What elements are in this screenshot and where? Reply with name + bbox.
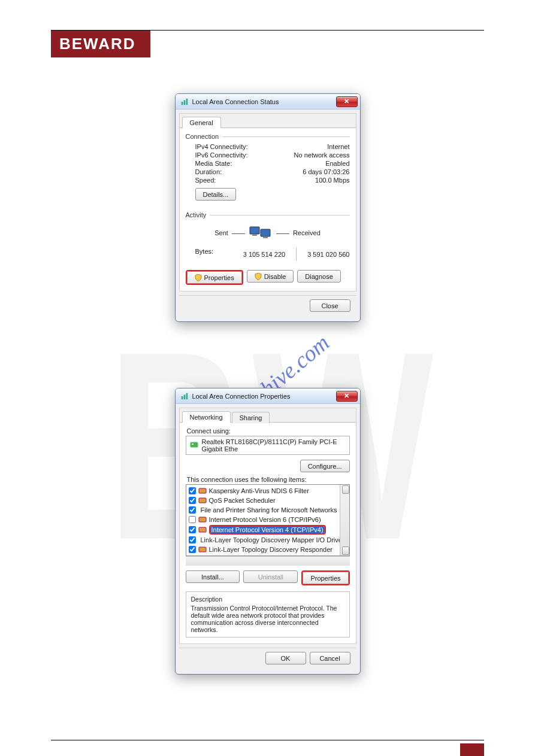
list-item[interactable]: QoS Packet Scheduler — [186, 496, 340, 505]
description-label: Description — [191, 596, 344, 603]
item-checkbox[interactable] — [189, 516, 196, 523]
group-connection: Connection — [186, 133, 350, 140]
svg-rect-4 — [261, 229, 270, 236]
duration-value: 6 days 07:03:26 — [303, 168, 349, 175]
tab-sharing[interactable]: Sharing — [232, 412, 270, 423]
sent-bytes: 3 105 514 220 — [243, 251, 285, 258]
disable-button[interactable]: Disable — [247, 270, 294, 283]
window-title: Local Area Connection Status — [192, 98, 333, 105]
svg-rect-16 — [199, 527, 206, 532]
svg-rect-18 — [199, 547, 206, 552]
item-text: Link-Layer Topology Discovery Responder — [209, 546, 333, 553]
svg-rect-0 — [181, 102, 183, 105]
item-checkbox[interactable] — [189, 536, 196, 544]
adapter-text: Realtek RTL8168C(P)/8111C(P) Family PCI-… — [202, 438, 346, 453]
titlebar[interactable]: Local Area Connection Status ✕ — [176, 94, 360, 110]
svg-rect-8 — [183, 394, 185, 399]
svg-rect-1 — [183, 100, 185, 105]
speed-value: 100.0 Mbps — [315, 177, 349, 184]
item-text: File and Printer Sharing for Microsoft N… — [201, 506, 337, 514]
component-icon — [198, 515, 207, 524]
status-body: General Connection IPv4 Connectivity:Int… — [179, 113, 356, 292]
monitors-icon — [249, 223, 273, 242]
svg-rect-10 — [191, 442, 198, 447]
separator — [296, 248, 297, 261]
svg-rect-7 — [181, 396, 183, 399]
connect-using-label: Connect using: — [187, 427, 350, 435]
list-item[interactable]: Link-Layer Topology Discovery Mapper I/O… — [186, 535, 340, 545]
component-icon — [198, 545, 207, 554]
ipv4-label: IPv4 Connectivity: — [195, 143, 248, 150]
items-listbox[interactable]: Kaspersky Anti-Virus NDIS 6 FilterQoS Pa… — [186, 484, 350, 556]
adapter-icon — [190, 441, 198, 450]
vertical-scrollbar[interactable] — [340, 485, 349, 555]
recv-bytes: 3 591 020 560 — [307, 251, 349, 258]
properties-button[interactable]: Properties — [303, 572, 348, 584]
list-item[interactable]: Link-Layer Topology Discovery Responder — [186, 545, 340, 554]
page-footer — [51, 740, 484, 740]
component-icon — [198, 487, 207, 495]
close-button[interactable]: ✕ — [336, 96, 358, 107]
svg-rect-11 — [192, 444, 194, 445]
list-item[interactable]: Kaspersky Anti-Virus NDIS 6 Filter — [186, 486, 340, 496]
details-button[interactable]: Details... — [195, 188, 237, 201]
item-checkbox[interactable] — [189, 487, 196, 494]
configure-button[interactable]: Configure... — [300, 460, 350, 472]
activity-row: Sent —— —— Received — [186, 223, 350, 242]
svg-rect-2 — [186, 98, 188, 105]
ipv4-value: Internet — [327, 143, 349, 150]
close-window-button[interactable]: Close — [310, 299, 350, 312]
media-label: Media State: — [195, 160, 232, 167]
adapter-field[interactable]: Realtek RTL8168C(P)/8111C(P) Family PCI-… — [186, 436, 350, 455]
svg-rect-3 — [250, 227, 259, 234]
svg-rect-5 — [252, 234, 257, 236]
item-text: QoS Packet Scheduler — [209, 497, 276, 504]
network-icon — [180, 392, 189, 400]
tab-networking[interactable]: Networking — [182, 411, 231, 423]
list-item[interactable]: Internet Protocol Version 4 (TCP/IPv4) — [186, 524, 340, 535]
svg-rect-9 — [186, 393, 188, 399]
tabstrip: General — [180, 114, 356, 128]
ok-button[interactable]: OK — [265, 652, 306, 664]
description-text: Transmission Control Protocol/Internet P… — [191, 605, 344, 633]
cancel-button[interactable]: Cancel — [310, 652, 350, 664]
tab-general[interactable]: General — [182, 117, 221, 128]
item-checkbox[interactable] — [189, 506, 196, 514]
highlight-selected-item: Internet Protocol Version 4 (TCP/IPv4) — [209, 525, 326, 535]
list-item[interactable]: Internet Protocol Version 6 (TCP/IPv6) — [186, 515, 340, 524]
received-label: Received — [293, 229, 321, 236]
duration-label: Duration: — [195, 168, 222, 175]
component-icon — [198, 496, 207, 505]
item-checkbox[interactable] — [189, 497, 196, 504]
item-text: Link-Layer Topology Discovery Mapper I/O… — [201, 536, 340, 544]
bytes-label: Bytes: — [195, 248, 214, 261]
window-title: Local Area Connection Properties — [192, 393, 333, 400]
item-checkbox[interactable] — [189, 546, 196, 553]
shield-icon — [195, 274, 202, 281]
properties-button[interactable]: Properties — [187, 271, 242, 284]
uninstall-button: Uninstall — [243, 570, 298, 583]
footer-marker — [460, 743, 484, 756]
item-checkbox[interactable] — [189, 526, 196, 533]
horizontal-scrollbar[interactable] — [186, 556, 350, 566]
list-item[interactable]: File and Printer Sharing for Microsoft N… — [186, 505, 340, 515]
component-icon — [198, 526, 207, 534]
titlebar[interactable]: Local Area Connection Properties ✕ — [176, 388, 360, 404]
properties-window: Local Area Connection Properties ✕ Netwo… — [175, 388, 361, 675]
speed-label: Speed: — [195, 177, 216, 184]
sent-label: Sent — [214, 229, 228, 236]
shield-icon — [255, 273, 262, 280]
media-value: Enabled — [325, 160, 349, 167]
items-label: This connection uses the following items… — [187, 476, 350, 483]
tabstrip: Networking Sharing — [180, 408, 356, 423]
highlight-properties: Properties — [301, 570, 349, 585]
group-activity: Activity — [186, 211, 350, 218]
close-button[interactable]: ✕ — [336, 391, 358, 402]
install-button[interactable]: Install... — [186, 570, 240, 583]
network-icon — [180, 98, 189, 106]
item-text: Internet Protocol Version 6 (TCP/IPv6) — [209, 516, 321, 523]
diagnose-button[interactable]: Diagnose — [297, 270, 340, 283]
brand-logo: BEWARD — [51, 31, 150, 57]
ipv6-label: IPv6 Connectivity: — [195, 151, 248, 159]
ipv6-value: No network access — [294, 151, 350, 159]
